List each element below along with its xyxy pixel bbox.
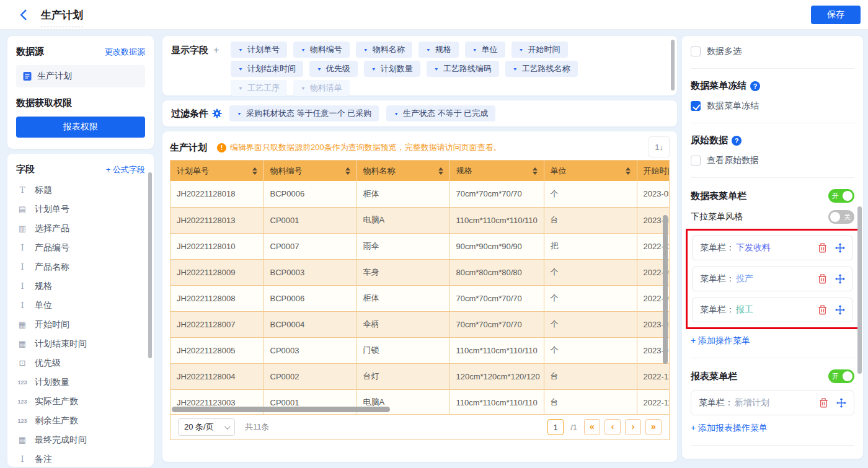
display-field-tag[interactable]: ▼工艺路线名称 (505, 61, 578, 77)
column-header[interactable]: 物料名称 (356, 161, 450, 181)
sort-order-icon: 1↓ (655, 143, 663, 152)
datasource-item[interactable]: 生产计划 (16, 65, 145, 87)
raw-data-section-title: 原始数据 (691, 135, 728, 146)
add-report-menu-link[interactable]: + 添加报表操作菜单 (691, 423, 768, 434)
table-menu-toggle[interactable]: 开 (828, 189, 854, 203)
field-item-remaining-qty[interactable]: 123剩余生产数 (16, 411, 145, 430)
column-header[interactable]: 规格 (450, 161, 544, 181)
column-header[interactable]: 开始时间 (637, 161, 669, 181)
filter-condition-tag[interactable]: ▼生产状态 不等于 已完成 (386, 105, 495, 121)
display-field-tag[interactable]: ▼物料编号 (293, 42, 350, 58)
last-page-button[interactable]: » (645, 419, 662, 435)
menu-action-link[interactable]: 报工 (736, 304, 753, 316)
scrollbar-thumb[interactable] (857, 206, 862, 374)
help-icon[interactable]: ? (732, 136, 742, 146)
sort-order-button[interactable]: 1↓ (649, 136, 670, 157)
chevron-down-icon: ▼ (519, 47, 524, 52)
change-datasource-link[interactable]: 更改数据源 (105, 46, 145, 58)
field-item-plan-no[interactable]: ▤计划单号 (16, 200, 145, 219)
current-page-box[interactable]: 1 (547, 419, 564, 435)
field-item-title[interactable]: T标题 (16, 180, 145, 200)
freeze-option[interactable]: 数据菜单冻结 (691, 100, 854, 112)
display-fields-title: 显示字段 (171, 45, 208, 99)
horizontal-scrollbar[interactable] (172, 407, 390, 412)
checkbox-unchecked[interactable] (691, 156, 701, 166)
next-page-button[interactable]: › (625, 419, 641, 435)
display-field-tag[interactable]: ▼开始时间 (512, 42, 568, 58)
field-item-unit[interactable]: I单位 (16, 296, 145, 315)
filter-condition-tag[interactable]: ▼采购耗材状态 等于任意一个 已采购 (229, 105, 379, 121)
page-size-select[interactable]: 20 条/页 (178, 418, 235, 436)
menu-action-link[interactable]: 新增计划 (735, 397, 769, 408)
dropdown-style-toggle[interactable]: 关 (828, 210, 854, 224)
trash-icon[interactable] (819, 398, 828, 408)
display-field-tag[interactable]: ▼计划单号 (231, 42, 287, 58)
annotation-highlight-box: 菜单栏： 下发收料 菜单栏： 投产 菜单栏： 报工 (686, 229, 859, 329)
field-item-select-product[interactable]: ▥选择产品 (16, 219, 145, 238)
field-item-start-time[interactable]: ▦开始时间 (16, 315, 145, 334)
field-item-priority[interactable]: ⊡优先级 (16, 353, 145, 373)
move-icon[interactable] (836, 398, 846, 408)
sort-icon[interactable] (345, 167, 350, 175)
column-header[interactable]: 物料编号 (264, 161, 356, 181)
chevron-down-icon: ▼ (238, 86, 243, 91)
field-item-final-time[interactable]: ▦最终完成时间 (16, 430, 145, 449)
chevron-down-icon: ▼ (238, 47, 243, 52)
column-header[interactable]: 计划单号 (170, 161, 264, 181)
trash-icon[interactable] (818, 305, 827, 315)
prev-page-button[interactable]: ‹ (604, 419, 621, 435)
display-field-tag[interactable]: ▼计划结束时间 (231, 61, 303, 77)
add-field-button[interactable]: + (213, 45, 219, 99)
checkbox-unchecked[interactable] (691, 46, 701, 56)
preview-warning: ! 编辑界面只取数据源前200条作为查询数据预览，完整数据请访问页面查看。 (217, 142, 502, 153)
save-button[interactable]: 保存 (811, 6, 861, 24)
filter-title: 过滤条件 (171, 108, 208, 120)
trash-icon[interactable] (818, 274, 827, 284)
field-item-product-name[interactable]: I产品名称 (16, 257, 145, 276)
formula-field-link[interactable]: + 公式字段 (106, 164, 145, 175)
trash-icon[interactable] (818, 243, 827, 253)
menu-action-link[interactable]: 投产 (736, 273, 753, 285)
display-field-tag[interactable]: ▼单位 (465, 42, 505, 58)
gear-icon[interactable] (212, 108, 222, 118)
field-item-remark[interactable]: I备注 (16, 449, 145, 467)
field-item-spec[interactable]: I规格 (16, 276, 145, 296)
pagination-bar: 20 条/页 共11条 1 /1 « ‹ › » (170, 414, 669, 439)
move-icon[interactable] (835, 243, 845, 253)
sort-icon[interactable] (626, 167, 631, 175)
sort-icon[interactable] (252, 167, 257, 175)
menu-action-link[interactable]: 下发收料 (736, 242, 771, 254)
move-icon[interactable] (835, 274, 845, 284)
scrollbar-thumb[interactable] (671, 40, 675, 91)
display-field-tag[interactable]: ▼工艺路线编码 (427, 61, 499, 77)
checkbox-checked[interactable] (691, 101, 701, 111)
add-action-menu-link[interactable]: + 添加操作菜单 (691, 335, 750, 347)
display-field-tag[interactable]: ▼优先级 (309, 61, 358, 77)
display-field-tag-disabled[interactable]: ▼物料清单 (293, 80, 350, 96)
field-item-plan-qty[interactable]: 123计划数量 (16, 373, 145, 392)
report-menu-toggle[interactable]: 开 (828, 369, 854, 383)
vertical-scrollbar[interactable] (663, 215, 668, 364)
sort-icon[interactable] (533, 167, 538, 175)
display-field-tag-disabled[interactable]: ▼工艺工序 (231, 80, 287, 96)
help-icon[interactable]: ? (750, 81, 760, 91)
display-field-tag[interactable]: ▼规格 (418, 42, 459, 58)
move-icon[interactable] (835, 305, 845, 315)
field-item-actual-qty[interactable]: 123实际生产数 (16, 392, 145, 411)
fields-title: 字段 (16, 164, 35, 175)
multi-select-option[interactable]: 数据多选 (691, 46, 854, 57)
datasource-item-label: 生产计划 (37, 71, 72, 82)
view-raw-data-option[interactable]: 查看原始数据 (691, 155, 854, 166)
sort-icon[interactable] (438, 167, 443, 175)
first-page-button[interactable]: « (584, 419, 600, 435)
back-button[interactable] (17, 9, 30, 21)
number-icon: 123 (16, 379, 29, 386)
display-field-tag[interactable]: ▼计划数量 (364, 61, 420, 77)
field-item-plan-end-time[interactable]: ▦计划结束时间 (16, 334, 145, 353)
chevron-down-icon (224, 423, 231, 430)
field-item-product-no[interactable]: I产品编号 (16, 238, 145, 257)
scrollbar-thumb[interactable] (148, 172, 152, 358)
report-permission-button[interactable]: 报表权限 (16, 117, 145, 138)
display-field-tag[interactable]: ▼物料名称 (356, 42, 412, 58)
column-header[interactable]: 单位 (544, 161, 637, 181)
